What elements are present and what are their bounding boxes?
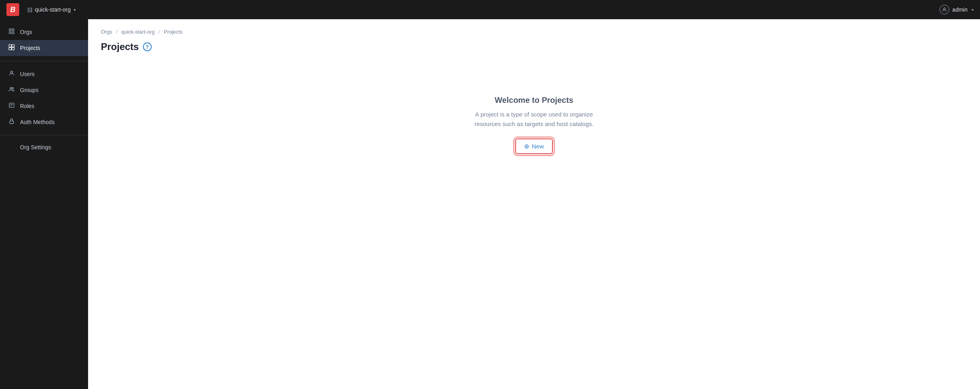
svg-rect-4 [12, 32, 14, 34]
roles-icon [8, 102, 15, 110]
user-chevron-icon: ▾ [972, 8, 974, 12]
help-icon[interactable]: ? [143, 42, 152, 51]
new-button-label: New [532, 143, 544, 150]
sidebar-item-projects[interactable]: Projects [0, 40, 88, 56]
orgs-icon [8, 28, 15, 36]
sidebar-projects-label: Projects [20, 45, 40, 51]
svg-point-9 [10, 71, 12, 73]
svg-rect-15 [10, 121, 13, 124]
empty-state-title: Welcome to Projects [495, 96, 573, 105]
topbar-left: B ⊟ quick-start-org ▾ [6, 3, 79, 16]
sidebar-item-users[interactable]: Users [0, 66, 88, 82]
breadcrumb: Orgs / quick-start-org / Projects [101, 29, 967, 35]
svg-rect-8 [12, 48, 14, 50]
main-layout: Orgs Projects [0, 19, 980, 389]
breadcrumb-org-link[interactable]: quick-start-org [121, 29, 155, 35]
org-name-label: quick-start-org [35, 6, 70, 13]
new-button-plus-icon: ⊕ [524, 142, 529, 150]
auth-methods-icon [8, 118, 15, 126]
new-project-button[interactable]: ⊕ New [515, 138, 552, 154]
page-title-row: Projects ? [101, 41, 967, 52]
sidebar-item-groups[interactable]: Groups [0, 82, 88, 98]
svg-rect-1 [9, 29, 11, 31]
groups-icon [8, 86, 15, 94]
svg-rect-5 [9, 44, 11, 47]
user-avatar-icon [940, 5, 949, 14]
sidebar-divider-1 [0, 61, 88, 61]
sidebar-item-orgs[interactable]: Orgs [0, 24, 88, 40]
chevron-down-icon: ▾ [74, 8, 76, 12]
sidebar-item-roles[interactable]: Roles [0, 98, 88, 114]
topbar: B ⊟ quick-start-org ▾ admin ▾ [0, 0, 980, 19]
breadcrumb-sep-2: / [159, 29, 160, 35]
sidebar-groups-label: Groups [20, 87, 38, 93]
sidebar-section-settings: Org Settings [0, 138, 88, 156]
projects-icon [8, 44, 15, 52]
svg-rect-6 [12, 44, 14, 47]
sidebar: Orgs Projects [0, 19, 88, 389]
user-menu[interactable]: admin ▾ [940, 5, 974, 14]
svg-point-11 [12, 87, 14, 89]
page-title: Projects [101, 41, 139, 52]
sidebar-item-org-settings[interactable]: Org Settings [0, 140, 88, 154]
users-icon [8, 70, 15, 78]
svg-point-10 [10, 87, 12, 89]
app-logo: B [6, 3, 19, 16]
svg-rect-7 [9, 48, 11, 50]
empty-state-description: A project is a type of scope used to org… [462, 110, 606, 129]
breadcrumb-sep-1: / [116, 29, 118, 35]
content-area: Orgs / quick-start-org / Projects Projec… [88, 19, 980, 389]
svg-point-0 [944, 8, 946, 10]
empty-state: Welcome to Projects A project is a type … [101, 72, 967, 178]
svg-rect-2 [12, 29, 14, 31]
sidebar-users-label: Users [20, 71, 35, 77]
sidebar-org-settings-label: Org Settings [20, 144, 51, 150]
breadcrumb-current: Projects [164, 29, 183, 35]
sidebar-roles-label: Roles [20, 103, 34, 109]
sidebar-orgs-label: Orgs [20, 29, 32, 35]
svg-rect-3 [9, 32, 11, 34]
org-icon: ⊟ [27, 6, 32, 14]
org-selector[interactable]: ⊟ quick-start-org ▾ [24, 4, 79, 15]
username-label: admin [952, 6, 968, 13]
sidebar-divider-2 [0, 135, 88, 135]
breadcrumb-orgs-link[interactable]: Orgs [101, 29, 112, 35]
sidebar-section-admin: Users Groups [0, 64, 88, 132]
sidebar-item-auth-methods[interactable]: Auth Methods [0, 114, 88, 130]
sidebar-auth-methods-label: Auth Methods [20, 119, 54, 125]
sidebar-section-main: Orgs Projects [0, 22, 88, 58]
